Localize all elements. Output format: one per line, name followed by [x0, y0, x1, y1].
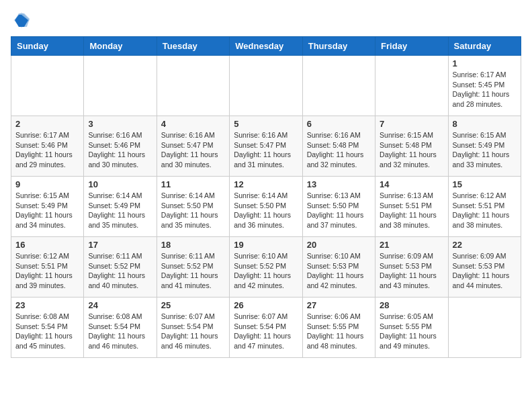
week-row-5: 23Sunrise: 6:08 AM Sunset: 5:54 PM Dayli…: [11, 298, 521, 358]
calendar-cell: 1Sunrise: 6:17 AM Sunset: 5:45 PM Daylig…: [448, 56, 521, 116]
day-number: 24: [88, 300, 152, 310]
day-info: Sunrise: 6:12 AM Sunset: 5:51 PM Dayligh…: [15, 251, 79, 291]
day-number: 4: [161, 119, 225, 129]
day-number: 10: [88, 179, 152, 189]
calendar-cell: 24Sunrise: 6:08 AM Sunset: 5:54 PM Dayli…: [84, 298, 157, 358]
calendar-cell: 14Sunrise: 6:13 AM Sunset: 5:51 PM Dayli…: [375, 177, 448, 237]
calendar-cell: [84, 56, 157, 116]
col-header-saturday: Saturday: [448, 37, 521, 56]
day-number: 13: [307, 179, 371, 189]
col-header-monday: Monday: [84, 37, 157, 56]
day-info: Sunrise: 6:08 AM Sunset: 5:54 PM Dayligh…: [88, 312, 152, 351]
day-number: 14: [380, 179, 443, 189]
day-number: 18: [161, 240, 225, 250]
col-header-tuesday: Tuesday: [157, 37, 229, 56]
day-info: Sunrise: 6:14 AM Sunset: 5:50 PM Dayligh…: [161, 191, 225, 230]
day-number: 6: [307, 119, 371, 129]
col-header-sunday: Sunday: [11, 37, 84, 56]
day-number: 1: [453, 58, 517, 68]
day-info: Sunrise: 6:07 AM Sunset: 5:54 PM Dayligh…: [161, 312, 225, 351]
day-info: Sunrise: 6:08 AM Sunset: 5:54 PM Dayligh…: [15, 312, 79, 351]
day-info: Sunrise: 6:07 AM Sunset: 5:54 PM Dayligh…: [234, 312, 298, 351]
day-info: Sunrise: 6:11 AM Sunset: 5:52 PM Dayligh…: [161, 251, 225, 291]
col-header-friday: Friday: [375, 37, 448, 56]
calendar-cell: 17Sunrise: 6:11 AM Sunset: 5:52 PM Dayli…: [84, 237, 157, 298]
day-info: Sunrise: 6:06 AM Sunset: 5:55 PM Dayligh…: [307, 312, 371, 351]
day-number: 19: [234, 240, 298, 250]
week-row-2: 2Sunrise: 6:17 AM Sunset: 5:46 PM Daylig…: [11, 116, 521, 177]
logo-icon: [12, 11, 31, 30]
calendar-cell: 20Sunrise: 6:10 AM Sunset: 5:53 PM Dayli…: [302, 237, 375, 298]
day-number: 25: [161, 300, 225, 310]
calendar-cell: 22Sunrise: 6:09 AM Sunset: 5:53 PM Dayli…: [448, 237, 521, 298]
calendar: SundayMondayTuesdayWednesdayThursdayFrid…: [11, 36, 521, 358]
day-info: Sunrise: 6:10 AM Sunset: 5:52 PM Dayligh…: [234, 251, 298, 291]
day-info: Sunrise: 6:09 AM Sunset: 5:53 PM Dayligh…: [453, 251, 517, 291]
day-info: Sunrise: 6:14 AM Sunset: 5:49 PM Dayligh…: [88, 191, 152, 230]
calendar-cell: [230, 56, 302, 116]
calendar-cell: 10Sunrise: 6:14 AM Sunset: 5:49 PM Dayli…: [84, 177, 157, 237]
day-number: 9: [15, 179, 79, 189]
day-info: Sunrise: 6:16 AM Sunset: 5:46 PM Dayligh…: [88, 130, 152, 170]
calendar-cell: 9Sunrise: 6:15 AM Sunset: 5:49 PM Daylig…: [11, 177, 84, 237]
col-header-thursday: Thursday: [302, 37, 375, 56]
calendar-cell: 13Sunrise: 6:13 AM Sunset: 5:50 PM Dayli…: [302, 177, 375, 237]
calendar-cell: 19Sunrise: 6:10 AM Sunset: 5:52 PM Dayli…: [230, 237, 302, 298]
day-info: Sunrise: 6:16 AM Sunset: 5:47 PM Dayligh…: [234, 130, 298, 170]
day-info: Sunrise: 6:13 AM Sunset: 5:50 PM Dayligh…: [307, 191, 371, 230]
calendar-cell: 18Sunrise: 6:11 AM Sunset: 5:52 PM Dayli…: [157, 237, 229, 298]
calendar-cell: [375, 56, 448, 116]
day-number: 27: [307, 300, 371, 310]
day-info: Sunrise: 6:16 AM Sunset: 5:48 PM Dayligh…: [307, 130, 371, 170]
day-info: Sunrise: 6:05 AM Sunset: 5:55 PM Dayligh…: [380, 312, 443, 351]
calendar-cell: 12Sunrise: 6:14 AM Sunset: 5:50 PM Dayli…: [230, 177, 302, 237]
day-number: 7: [380, 119, 443, 129]
calendar-cell: 26Sunrise: 6:07 AM Sunset: 5:54 PM Dayli…: [230, 298, 302, 358]
calendar-cell: 8Sunrise: 6:15 AM Sunset: 5:49 PM Daylig…: [448, 116, 521, 177]
day-info: Sunrise: 6:11 AM Sunset: 5:52 PM Dayligh…: [88, 251, 152, 291]
calendar-cell: 16Sunrise: 6:12 AM Sunset: 5:51 PM Dayli…: [11, 237, 84, 298]
week-row-4: 16Sunrise: 6:12 AM Sunset: 5:51 PM Dayli…: [11, 237, 521, 298]
week-row-3: 9Sunrise: 6:15 AM Sunset: 5:49 PM Daylig…: [11, 177, 521, 237]
day-info: Sunrise: 6:17 AM Sunset: 5:46 PM Dayligh…: [15, 130, 79, 170]
day-info: Sunrise: 6:15 AM Sunset: 5:49 PM Dayligh…: [15, 191, 79, 230]
calendar-cell: 11Sunrise: 6:14 AM Sunset: 5:50 PM Dayli…: [157, 177, 229, 237]
day-info: Sunrise: 6:16 AM Sunset: 5:47 PM Dayligh…: [161, 130, 225, 170]
day-number: 17: [88, 240, 152, 250]
day-number: 20: [307, 240, 371, 250]
day-number: 28: [380, 300, 443, 310]
day-info: Sunrise: 6:12 AM Sunset: 5:51 PM Dayligh…: [453, 191, 517, 230]
day-number: 5: [234, 119, 298, 129]
calendar-cell: 3Sunrise: 6:16 AM Sunset: 5:46 PM Daylig…: [84, 116, 157, 177]
day-number: 11: [161, 179, 225, 189]
logo: [11, 11, 31, 30]
header: [11, 11, 521, 30]
calendar-cell: 21Sunrise: 6:09 AM Sunset: 5:53 PM Dayli…: [375, 237, 448, 298]
calendar-cell: 6Sunrise: 6:16 AM Sunset: 5:48 PM Daylig…: [302, 116, 375, 177]
day-info: Sunrise: 6:14 AM Sunset: 5:50 PM Dayligh…: [234, 191, 298, 230]
calendar-cell: 27Sunrise: 6:06 AM Sunset: 5:55 PM Dayli…: [302, 298, 375, 358]
calendar-header-row: SundayMondayTuesdayWednesdayThursdayFrid…: [11, 37, 521, 56]
calendar-cell: [11, 56, 84, 116]
calendar-cell: 15Sunrise: 6:12 AM Sunset: 5:51 PM Dayli…: [448, 177, 521, 237]
day-number: 23: [15, 300, 79, 310]
calendar-cell: 4Sunrise: 6:16 AM Sunset: 5:47 PM Daylig…: [157, 116, 229, 177]
day-info: Sunrise: 6:10 AM Sunset: 5:53 PM Dayligh…: [307, 251, 371, 291]
day-number: 8: [453, 119, 517, 129]
day-number: 3: [88, 119, 152, 129]
calendar-cell: 25Sunrise: 6:07 AM Sunset: 5:54 PM Dayli…: [157, 298, 229, 358]
day-number: 26: [234, 300, 298, 310]
calendar-cell: 7Sunrise: 6:15 AM Sunset: 5:48 PM Daylig…: [375, 116, 448, 177]
day-info: Sunrise: 6:15 AM Sunset: 5:48 PM Dayligh…: [380, 130, 443, 170]
day-info: Sunrise: 6:15 AM Sunset: 5:49 PM Dayligh…: [453, 130, 517, 170]
day-number: 12: [234, 179, 298, 189]
day-number: 2: [15, 119, 79, 129]
day-info: Sunrise: 6:09 AM Sunset: 5:53 PM Dayligh…: [380, 251, 443, 291]
calendar-cell: 5Sunrise: 6:16 AM Sunset: 5:47 PM Daylig…: [230, 116, 302, 177]
day-info: Sunrise: 6:17 AM Sunset: 5:45 PM Dayligh…: [453, 70, 517, 109]
day-number: 16: [15, 240, 79, 250]
day-number: 22: [453, 240, 517, 250]
calendar-cell: 23Sunrise: 6:08 AM Sunset: 5:54 PM Dayli…: [11, 298, 84, 358]
day-number: 15: [453, 179, 517, 189]
day-info: Sunrise: 6:13 AM Sunset: 5:51 PM Dayligh…: [380, 191, 443, 230]
